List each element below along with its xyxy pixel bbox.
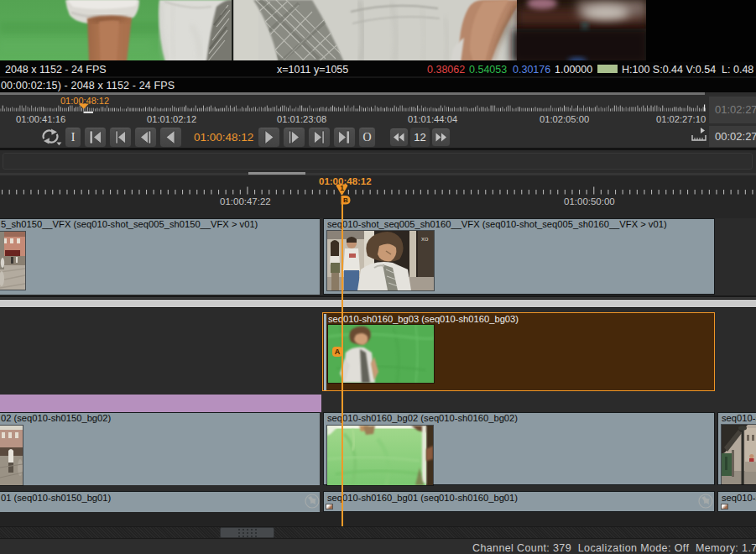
svg-text:B: B	[343, 196, 348, 204]
svg-text:xo: xo	[421, 235, 429, 243]
svg-text:1: 1	[340, 184, 344, 192]
